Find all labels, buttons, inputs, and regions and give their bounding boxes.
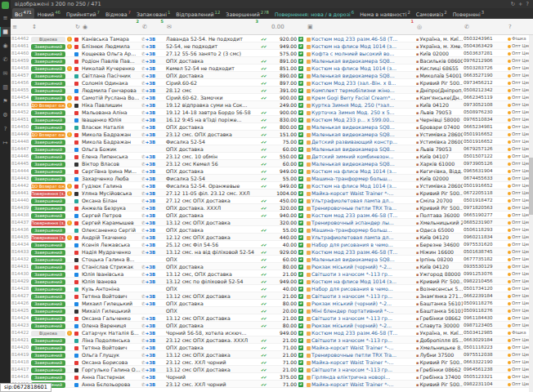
status-badge[interactable]: Завершений [31,88,65,94]
help-icon[interactable]: ? [526,1,529,7]
product-link[interactable]: Ультрафиолетовая лампа дл... [311,198,393,203]
tab-new[interactable]: Новий46 [35,8,63,19]
callback-button[interactable]: +ЗВ [146,74,155,78]
table-row[interactable]: 814423ЗавершенийОлена Варениця✆+ЗВОПХ до… [11,322,533,329]
callback-button[interactable]: +ЗВ [146,44,155,49]
status-badge[interactable]: ДО Возврат ож. [31,103,65,109]
product-link[interactable]: Тренировочные петли TRX Tra... [311,352,396,358]
table-row[interactable]: 814431ЗавершенийСтаніслав Стрижак✆+ЗВОПХ… [11,263,533,270]
sidebar-item-tasks-icon[interactable]: ⚑ [0,96,11,106]
delivery-column-icon[interactable]: ◎ [415,19,463,35]
product-link[interactable]: Майка-корсет Waist Trainer *-... [311,345,393,350]
status-badge[interactable]: Завершений [31,169,65,175]
product-link[interactable]: Костюм мод 233 разм.46-58 (Т... [311,36,397,42]
callback-button[interactable]: +ЗВ [146,338,155,343]
product-link[interactable]: Світшоти з начосом *-113 гр... [311,337,392,343]
callback-button[interactable]: +ЗВ [146,235,155,240]
status-badge[interactable]: Завершений [31,316,65,322]
callback-button[interactable]: +ЗВ [146,88,155,93]
product-link[interactable]: Майка-корсет Waist Trainer *-... [311,190,393,196]
table-row[interactable]: 814454ЗавершенийіСамотій Руслана Во...✆+… [11,94,533,101]
status-badge[interactable]: Завершений [31,257,65,263]
status-badge[interactable]: Завершений [31,74,65,79]
product-link[interactable]: Курточка Зимня Мод. 250 х 5... [311,109,395,115]
table-row[interactable]: 814427ЗавершенийТетяна Войтович✆+ЗВ13.12… [11,292,533,300]
tab-accepted[interactable]: Прийнятий7 [64,8,102,19]
product-link[interactable]: Рюкзак міський (чорний) *-2... [311,301,392,306]
callback-button[interactable]: +ЗВ [146,154,155,159]
status-badge[interactable]: ДО Возврат ож. [31,132,65,138]
product-link[interactable]: Детский развивающий констр... [311,139,397,145]
callback-button[interactable]: +ЗВ [146,59,155,64]
callback-button[interactable]: +ЗВ [146,375,155,380]
callback-button[interactable]: +ЗВ [146,353,155,358]
comments-column-icon[interactable]: ✉3 [165,19,260,35]
product-link[interactable]: Куртка Зимня Мод. 250 (*зал... [311,102,394,108]
product-link[interactable]: Костюм мод 233 разм.46-58 (Т... [311,249,397,255]
status-badge[interactable]: Завершений [31,294,65,300]
callback-button[interactable]: +ЗВ [146,162,155,167]
status-badge[interactable]: Завершений [31,213,65,219]
table-row[interactable]: 814455ЗавершенийЛюдмила Гончарова✆+ЗВ28.… [11,87,533,94]
sidebar-item-settings-icon[interactable]: ⚙ [0,110,11,120]
product-link[interactable]: Світшоти з начосом *-113 гр... [311,293,392,299]
callback-button[interactable]: +ЗВ [146,103,155,108]
callback-button[interactable]: +ЗВ [146,110,155,115]
product-link[interactable]: Костюм на флисе Мод 1014 (з... [311,168,396,174]
sidebar-item-help-icon[interactable]: ? [0,124,11,134]
status-badge[interactable]: Завершений [31,154,65,160]
status-badge[interactable]: Завершений [31,110,65,116]
table-row[interactable]: 814441Повернення (з...іУляна Мусійовська… [11,189,533,197]
status-badge[interactable]: Завершений [31,287,65,292]
callback-button[interactable]: +ЗВ [146,301,155,306]
status-badge[interactable]: Завершений [31,140,65,145]
products-column-icon[interactable]: ▣1 [306,19,415,35]
sidebar-item-clients-icon[interactable]: ◉ [0,41,11,51]
status-badge[interactable]: Завершений [31,250,65,256]
info-icon[interactable]: і [67,37,72,42]
info-icon[interactable]: і [67,132,72,137]
table-row[interactable]: 814437Повернення (з...іСергей Карамышев✆… [11,219,533,226]
status-badge[interactable]: Завершений [31,353,65,359]
product-link[interactable]: Костюм Мод 233 (зал.-Він. х 8... [311,80,396,86]
table-row[interactable]: 814450ЗавершенийВласюк Наталія✆+ЗВОПХ до… [11,123,533,131]
sidebar-item-orders-icon[interactable]: ▦ [0,27,11,37]
product-link[interactable]: Світшоти з начосом *-113 гр... [311,315,392,321]
tab-refused[interactable]: Відмова7 [103,8,133,19]
table-row[interactable]: 814447ЗавершенийОльга БожикОПХ доставка✔… [11,145,533,153]
table-row[interactable]: 814420ЗавершенийТетяна Войтович✆+ЗВОПХ д… [11,344,533,351]
product-link[interactable]: Тренировочные петли TRX Tra... [311,205,396,211]
sidebar-item-menu-icon[interactable]: ≡ [0,13,11,23]
table-row[interactable]: 814430ЗавершенийЮлія Іванівська✆+ЗВ13.12… [11,270,533,278]
tab-packed[interactable]: Запаковані1 [134,8,172,19]
product-link[interactable]: Маленькая видеокамера SQ8... [311,124,395,130]
status-badge[interactable]: Завершений [31,118,65,123]
tab-all[interactable]: Всі471 [12,8,34,19]
info-icon[interactable]: і [67,191,72,196]
callback-button[interactable]: +ЗВ [146,169,155,174]
product-link[interactable]: Костюм на флисе Мод 1014 (з... [311,278,396,284]
status-badge[interactable]: Завершений [31,368,65,373]
status-badge[interactable]: Завершений [31,96,65,101]
status-badge[interactable]: ДО Возврат ож. [31,184,65,189]
callback-button[interactable]: +ЗВ [146,81,155,86]
table-row[interactable]: 814415ЗавершенийАнна Бєлозьорова✆+ЗВ23.1… [11,381,533,388]
product-link[interactable]: Набор для рисования в чемо... [311,242,393,247]
status-badge[interactable]: Відмова [31,37,65,42]
table-row[interactable]: 814425ЗавершенийМихаіл ГилецькийОПХ✔✔20.… [11,307,533,314]
info-icon[interactable]: і [67,184,72,189]
status-badge[interactable]: Завершений [31,162,65,167]
product-link[interactable]: Рюкзак міський (чорний) *-2... [311,323,392,328]
status-badge[interactable]: Завершений [31,279,65,285]
table-row[interactable]: 814460ЗавершенийКощеєва Ольга Ар...✆+ЗВ2… [11,50,533,57]
vertical-scrollbar[interactable] [529,35,533,392]
status-badge[interactable]: Завершений [31,265,65,270]
info-icon[interactable]: і [67,96,72,100]
app-logo-icon[interactable] [2,2,9,9]
callback-button[interactable]: +ЗВ [146,125,155,130]
status-badge[interactable]: Повернення (з... [31,191,65,197]
status-badge[interactable]: Завершений [31,228,65,234]
tab-returns-transit[interactable]: Повернення: нова / в дорозі6 [272,8,356,19]
product-link[interactable]: Крем Gogi Berry Facial Cream*... [311,95,395,100]
product-link[interactable]: Рюкзак міський (чорний) *-2... [311,264,392,270]
